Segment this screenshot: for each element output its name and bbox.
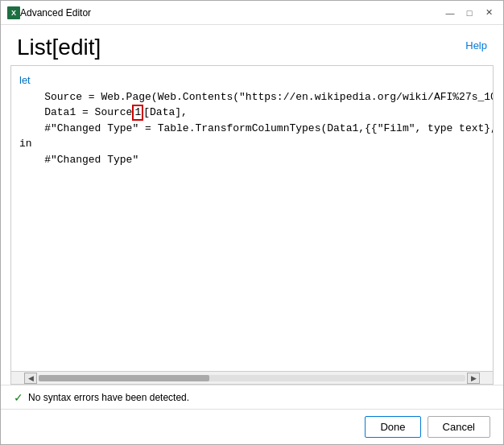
code-editor[interactable]: let Source = Web.Page(Web.Contents("http… — [11, 66, 493, 371]
code-editor-container: let Source = Web.Page(Web.Contents("http… — [10, 65, 494, 385]
cursor-highlight: 1 — [132, 105, 143, 121]
cancel-button[interactable]: Cancel — [428, 416, 490, 438]
page-title: List[edit] — [17, 35, 101, 60]
minimize-button[interactable]: — — [442, 5, 458, 21]
status-check-icon: ✓ — [14, 391, 23, 404]
title-bar-text: Advanced Editor — [20, 7, 442, 19]
excel-icon: X — [7, 6, 20, 19]
close-button[interactable]: ✕ — [481, 5, 497, 21]
status-bar: ✓ No syntax errors have been detected. — [1, 385, 503, 409]
scroll-right-button[interactable]: ▶ — [467, 373, 480, 384]
maximize-button[interactable]: □ — [461, 5, 477, 21]
title-bar-controls: — □ ✕ — [442, 5, 497, 21]
header-row: List[edit] Help — [1, 25, 503, 65]
status-message: No syntax errors have been detected. — [28, 392, 189, 403]
button-row: Done Cancel — [1, 409, 503, 444]
horizontal-scrollbar[interactable]: ◀ ▶ — [11, 371, 493, 384]
title-bar: X Advanced Editor — □ ✕ — [1, 1, 503, 25]
scroll-left-button[interactable]: ◀ — [24, 373, 37, 384]
help-link[interactable]: Help — [465, 35, 487, 52]
scroll-thumb[interactable] — [39, 375, 209, 381]
scroll-track[interactable] — [39, 375, 465, 381]
code-keyword-let: let — [19, 74, 31, 86]
done-button[interactable]: Done — [365, 416, 420, 438]
advanced-editor-window: X Advanced Editor — □ ✕ List[edit] Help … — [0, 0, 504, 445]
content-area: List[edit] Help let Source = Web.Page(We… — [1, 25, 503, 444]
